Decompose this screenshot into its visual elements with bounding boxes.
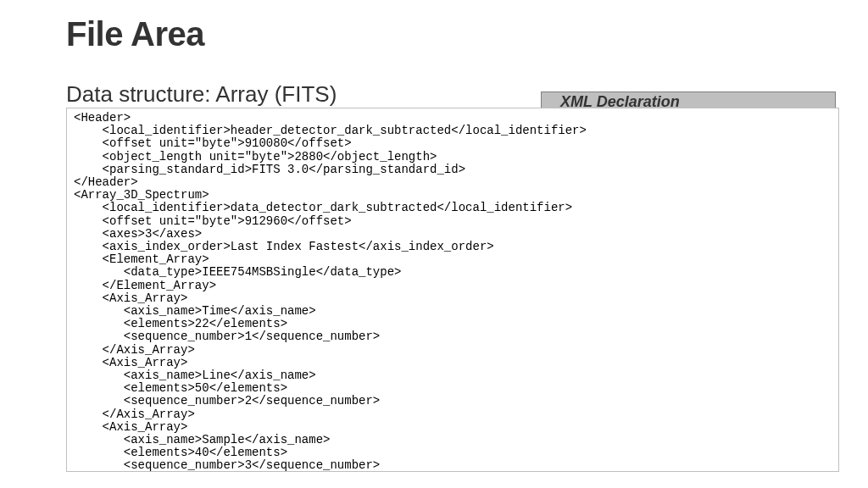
page-title: File Area [66, 15, 204, 53]
page-subtitle: Data structure: Array (FITS) [66, 81, 337, 110]
xml-code-block: <Header> <local_identifier>header_detect… [74, 112, 832, 472]
code-panel: <Header> <local_identifier>header_detect… [66, 108, 839, 472]
slide: File Area Data structure: Array (FITS) X… [0, 0, 868, 488]
